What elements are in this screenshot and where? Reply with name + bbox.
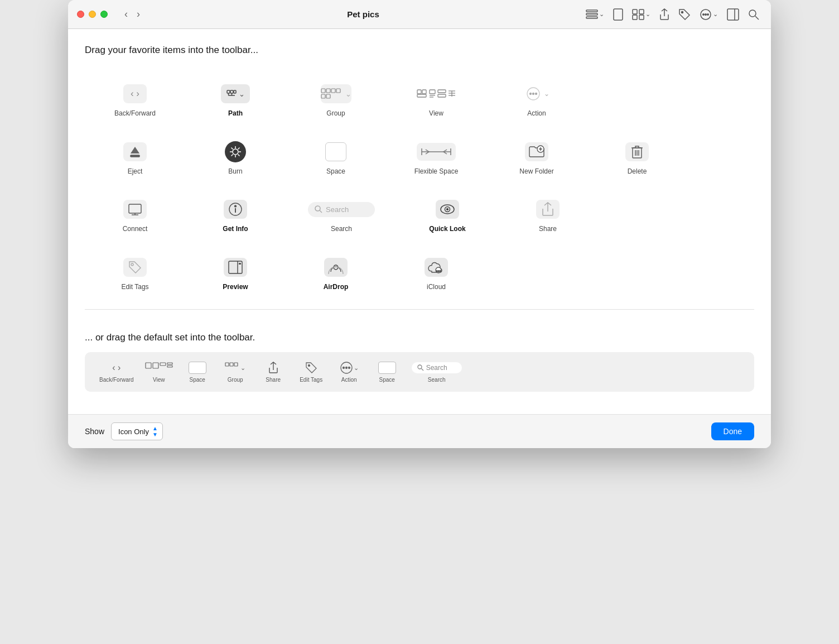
- toolbar-icons: ⌄ ⌄: [583, 6, 762, 23]
- item-group[interactable]: ⌄ Group: [286, 76, 386, 125]
- svg-point-78: [446, 208, 449, 210]
- dt-item-view[interactable]: View: [142, 359, 176, 385]
- item-quick-look[interactable]: Quick Look: [397, 191, 498, 241]
- done-button[interactable]: Done: [711, 422, 754, 440]
- flexible-space-icon-container: [422, 141, 451, 163]
- svg-line-75: [320, 210, 322, 213]
- dt-item-action[interactable]: ⌄ Action: [332, 359, 366, 385]
- svg-rect-90: [160, 363, 166, 366]
- item-get-info[interactable]: Get Info: [185, 191, 286, 241]
- item-eject[interactable]: Eject: [85, 134, 185, 183]
- svg-point-12: [707, 13, 708, 15]
- item-icloud[interactable]: iCloud: [386, 249, 486, 299]
- item-view[interactable]: View: [386, 76, 486, 125]
- search-toolbar-icon[interactable]: [745, 6, 762, 23]
- dt-share-icon: [268, 361, 278, 374]
- space-icon: [325, 142, 346, 161]
- svg-rect-25: [331, 89, 335, 93]
- svg-rect-28: [326, 94, 330, 98]
- svg-point-96: [308, 365, 310, 367]
- svg-rect-13: [727, 9, 739, 20]
- svg-rect-95: [234, 363, 238, 366]
- space-icon-container: [321, 141, 350, 163]
- chevron-updown-icon: ▲ ▼: [152, 425, 158, 438]
- main-window: ‹ › Pet pics ⌄: [68, 0, 771, 448]
- dt-item-search[interactable]: Search Search: [408, 359, 465, 385]
- dt-group-icon: ⌄: [225, 361, 245, 374]
- item-path[interactable]: ⌄ Path: [185, 76, 286, 125]
- get-info-icon: [224, 200, 247, 219]
- preview-icon: [224, 258, 247, 277]
- svg-point-100: [349, 367, 350, 369]
- svg-point-99: [346, 367, 348, 369]
- show-select[interactable]: Icon Only ▲ ▼: [111, 422, 163, 440]
- dt-action-icon: ⌄: [339, 361, 359, 374]
- svg-rect-17: [227, 90, 230, 93]
- svg-point-10: [703, 13, 704, 15]
- item-label-get-info: Get Info: [223, 225, 248, 234]
- dt-label-backforward: Back/Forward: [99, 377, 134, 383]
- dt-item-space2[interactable]: Space: [370, 359, 404, 385]
- svg-rect-82: [239, 263, 241, 265]
- traffic-lights: [77, 11, 108, 18]
- dt-search-box: Search: [412, 362, 462, 373]
- svg-rect-32: [430, 90, 435, 94]
- item-label-back-forward: Back/Forward: [114, 109, 156, 118]
- maximize-button[interactable]: [100, 11, 108, 18]
- more-toolbar-icon[interactable]: ⌄: [697, 6, 721, 23]
- action-icon-container: ⌄: [522, 83, 551, 105]
- new-folder-icon-container: [522, 141, 551, 163]
- svg-rect-19: [234, 90, 236, 93]
- dt-item-edittags[interactable]: Edit Tags: [295, 359, 328, 385]
- dt-backforward-icon: ‹ ›: [112, 361, 120, 374]
- item-preview[interactable]: Preview: [185, 249, 286, 299]
- dt-item-space[interactable]: Space: [181, 359, 214, 385]
- item-flexible-space[interactable]: Flexible Space: [386, 134, 486, 183]
- svg-point-15: [749, 10, 756, 17]
- grid-view-icon[interactable]: ⌄: [629, 6, 653, 23]
- item-airdrop[interactable]: AirDrop: [286, 249, 386, 299]
- item-label-burn: Burn: [228, 167, 242, 176]
- svg-rect-36: [438, 94, 446, 97]
- item-delete[interactable]: Delete: [587, 134, 687, 183]
- column-view-icon[interactable]: [610, 6, 626, 23]
- forward-button[interactable]: ›: [133, 6, 143, 22]
- svg-point-85: [436, 271, 437, 272]
- svg-rect-1: [586, 13, 597, 15]
- share-toolbar-icon[interactable]: [657, 6, 672, 23]
- item-back-forward[interactable]: ‹ › Back/Forward: [85, 76, 185, 125]
- svg-point-87: [440, 271, 441, 272]
- item-share[interactable]: Share: [498, 191, 598, 241]
- item-edit-tags[interactable]: Edit Tags: [85, 249, 185, 299]
- dt-item-group[interactable]: ⌄ Group: [219, 359, 252, 385]
- preview-icon-container: [221, 256, 250, 278]
- svg-rect-5: [639, 9, 644, 14]
- default-set-section: ... or drag the default set into the too…: [85, 321, 754, 403]
- svg-point-11: [705, 13, 706, 15]
- tag-toolbar-icon[interactable]: [676, 6, 693, 23]
- default-toolbar[interactable]: ‹ › Back/Forward V: [85, 352, 754, 392]
- minimize-button[interactable]: [89, 11, 96, 18]
- item-action[interactable]: ⌄ Action: [486, 76, 587, 125]
- dt-item-backforward[interactable]: ‹ › Back/Forward: [96, 359, 137, 385]
- view-icon-container: [422, 83, 451, 105]
- item-label-view: View: [429, 109, 443, 118]
- item-connect[interactable]: Connect: [85, 191, 185, 241]
- svg-rect-88: [146, 363, 151, 368]
- dt-view-icon: [145, 361, 173, 374]
- quick-look-icon-container: [433, 198, 462, 220]
- svg-point-74: [315, 206, 320, 211]
- item-search[interactable]: Search Search: [286, 191, 397, 241]
- close-button[interactable]: [77, 11, 84, 18]
- share-icon-container: [533, 198, 562, 220]
- item-label-new-folder: New Folder: [519, 167, 553, 176]
- show-label: Show: [85, 427, 104, 436]
- item-new-folder[interactable]: New Folder: [486, 134, 587, 183]
- panel-toolbar-icon[interactable]: [724, 6, 742, 23]
- item-space[interactable]: Space: [286, 134, 386, 183]
- back-button[interactable]: ‹: [121, 6, 131, 22]
- svg-point-44: [535, 93, 537, 95]
- dt-item-share[interactable]: Share: [257, 359, 290, 385]
- list-view-icon[interactable]: ⌄: [583, 7, 607, 22]
- item-burn[interactable]: Burn: [185, 134, 286, 183]
